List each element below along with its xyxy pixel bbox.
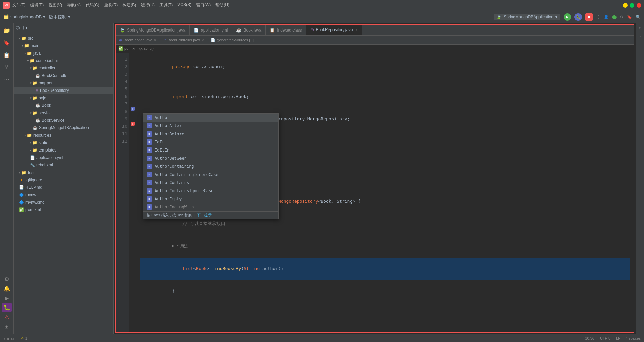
menu-refactor[interactable]: 重构(R) — [104, 2, 118, 8]
tree-item-Book[interactable]: ☕ Book — [14, 102, 113, 109]
ac-item-AuthorContains[interactable]: ≡ AuthorContains — [143, 179, 278, 187]
status-lf[interactable]: LF — [616, 336, 620, 340]
ac-item-AuthorBetween[interactable]: ≡ AuthorBetween — [143, 154, 278, 162]
run-button[interactable]: ▶ — [564, 13, 571, 21]
tree-item-rebel-xml[interactable]: 🔧 rebel.xml — [14, 161, 113, 169]
run-configuration[interactable]: 🍃 SpringMongoDBApplication ▾ — [494, 14, 560, 20]
menu-window[interactable]: 窗口(W) — [196, 2, 211, 8]
tree-item-gitignore[interactable]: 🔸 .gitignore — [14, 176, 113, 184]
right-icon-1[interactable]: ▸ — [637, 24, 643, 31]
sidebar-icon-bookmarks[interactable]: 🔖 — [2, 38, 12, 47]
avatar-icon[interactable]: 👤 — [604, 15, 609, 19]
search-icon[interactable]: 🔍 — [636, 15, 641, 19]
tree-item-application-yml[interactable]: 📄 application.yml — [14, 154, 113, 161]
tree-item-service[interactable]: ▾ 📁 service — [14, 109, 113, 117]
menu-vcs[interactable]: VCS(S) — [177, 2, 191, 8]
tree-item-java[interactable]: ▾ 📁 java — [14, 49, 113, 57]
menu-edit[interactable]: 编辑(E) — [30, 2, 44, 8]
tab-Indexed[interactable]: 📋 Indexed.class — [266, 25, 306, 35]
menu-tools[interactable]: 工具(T) — [159, 2, 173, 8]
sub-tab-generated[interactable]: 📄 generated-sources [...] — [207, 36, 258, 44]
sub-tab-close-1[interactable]: ✕ — [154, 38, 156, 42]
menu-help[interactable]: 帮助(H) — [215, 2, 229, 8]
ac-item-AuthorEmpty[interactable]: ≡ AuthorEmpty — [143, 195, 278, 203]
ac-item-AuthorContainsIgnoreCase[interactable]: ≡ AuthorContainsIgnoreCase — [143, 187, 278, 195]
ac-item-AuthorContaining[interactable]: ≡ AuthorContaining — [143, 162, 278, 170]
settings-icon[interactable]: ⚙ — [620, 15, 624, 19]
bookmark-icon[interactable]: 🔖 — [627, 15, 632, 19]
tree-item-mvnw-cmd[interactable]: 🔷 mvnw.cmd — [14, 199, 113, 206]
tree-item-controller[interactable]: ▾ 📁 controller — [14, 64, 113, 72]
tree-item-src[interactable]: ▾ 📁 src — [14, 35, 113, 42]
tab-BookRepository[interactable]: ⊕ BookRepository.java ✕ — [306, 25, 362, 35]
run-config-dropdown[interactable]: ▾ — [555, 15, 557, 19]
status-indent[interactable]: 4 spaces — [626, 336, 641, 340]
debug-button[interactable]: 🐛 — [574, 13, 582, 21]
tab-close-BookRepository[interactable]: ✕ — [355, 28, 358, 32]
version-control[interactable]: 版本控制 ▾ — [49, 14, 70, 20]
tree-item-mapper[interactable]: ▾ 📁 mapper — [14, 79, 113, 87]
tab-application-yml[interactable]: 📄 application.yml — [190, 25, 232, 35]
panel-dropdown-icon[interactable]: ▾ — [26, 26, 27, 30]
status-line-col[interactable]: 10:36 — [585, 336, 594, 340]
ac-item-AuthorEndingWith[interactable]: ≡ AuthorEndingWith — [143, 203, 278, 211]
stop-button[interactable]: ■ — [585, 13, 593, 21]
tree-item-test[interactable]: ▸ 📁 test — [14, 169, 113, 176]
tree-item-resources[interactable]: ▾ 📁 resources — [14, 132, 113, 139]
sub-tab-BookController[interactable]: ⊕ BookController.java ✕ — [160, 36, 207, 44]
tree-item-BookService[interactable]: ☕ BookService — [14, 117, 113, 124]
sidebar-icon-run-panel[interactable]: ▶ — [2, 293, 12, 303]
menu-view[interactable]: 视图(V) — [49, 2, 62, 8]
sidebar-icon-project[interactable]: 📁 — [2, 26, 12, 35]
status-warnings[interactable]: ⚠ 1 — [21, 336, 27, 340]
right-icon-2[interactable]: ⋮ — [637, 32, 643, 38]
tree-item-BookController[interactable]: ☕ BookController — [14, 72, 113, 79]
sub-tab-BookService[interactable]: ⊕ BookService.java ✕ — [116, 36, 160, 44]
menu-build[interactable]: 构建(B) — [122, 2, 136, 8]
tree-item-BookRepository[interactable]: ⊕ BookRepository — [14, 87, 113, 94]
tree-item-SpringMongoDBApplication[interactable]: ☕ SpringMongoDBApplication — [14, 124, 113, 132]
ac-item-Author[interactable]: ≡ Author — [143, 114, 278, 122]
sidebar-icon-problems[interactable]: ⚠ — [2, 312, 12, 322]
ac-item-AuthorContainingIgnoreCase[interactable]: ≡ AuthorContainingIgnoreCase — [143, 170, 278, 179]
status-encoding[interactable]: UTF-8 — [600, 336, 610, 340]
ac-item-IdIsIn[interactable]: ≡ IdIsIn — [143, 146, 278, 154]
tree-item-pom-xml[interactable]: ✅ pom.xml — [14, 206, 113, 214]
more-actions-icon[interactable]: ⋮ — [596, 15, 600, 19]
tree-item-main[interactable]: ▾ 📁 main — [14, 42, 113, 49]
code-editor[interactable]: 1 2 3 4 5 6 7 8 9 10 11 12 — [116, 53, 634, 332]
sidebar-icon-settings[interactable]: ⚙ — [2, 274, 12, 284]
tree-item-templates[interactable]: ▸ 📁 templates — [14, 146, 113, 154]
sidebar-icon-more[interactable]: ⋯ — [2, 75, 12, 84]
sidebar-icon-structure[interactable]: 📋 — [2, 50, 12, 60]
vc-dropdown-icon[interactable]: ▾ — [68, 14, 70, 19]
close-button[interactable] — [637, 3, 641, 8]
sidebar-icon-notifications[interactable]: 🔔 — [2, 284, 12, 293]
menu-file[interactable]: 文件(F) — [12, 2, 25, 8]
tab-more[interactable]: ⋮ — [627, 25, 634, 35]
ac-item-AuthorBefore[interactable]: ≡ AuthorBefore — [143, 130, 278, 138]
hint-next-text[interactable]: 下一提示 — [197, 213, 212, 218]
sidebar-icon-debug-panel[interactable]: 🐛 — [2, 303, 12, 312]
menu-navigate[interactable]: 导航(N) — [67, 2, 81, 8]
sub-tab-close-2[interactable]: ✕ — [201, 38, 204, 42]
tab-SpringMongoDBApplication[interactable]: 🍃 SpringMongoDBApplication.java — [116, 25, 190, 35]
project-dropdown-icon[interactable]: ▾ — [43, 14, 45, 19]
project-name[interactable]: 🗂️ springMongoDB ▾ — [3, 14, 45, 19]
sidebar-icon-git[interactable]: ⑂ — [2, 62, 12, 72]
tree-item-pojo[interactable]: ▾ 📁 pojo — [14, 94, 113, 102]
menu-run[interactable]: 运行(U) — [141, 2, 155, 8]
sidebar-icon-terminal[interactable]: ⊞ — [2, 322, 12, 331]
status-git[interactable]: ⑂ main — [3, 336, 15, 340]
maximize-button[interactable] — [630, 3, 634, 8]
tree-item-mvnw[interactable]: 🔷 mvnw — [14, 191, 113, 199]
tree-item-static[interactable]: ▸ 📁 static — [14, 139, 113, 146]
breadcrumb-pom[interactable]: ✅ pom.xml (xiaohui) — [118, 46, 154, 51]
record-icon[interactable]: ⬤ — [612, 15, 617, 19]
ac-item-IdIn[interactable]: ≡ IdIn — [143, 138, 278, 146]
tree-item-help-md[interactable]: 📑 HELP.md — [14, 184, 113, 191]
minimize-button[interactable] — [623, 3, 628, 8]
tab-Book[interactable]: ☕ Book.java — [232, 25, 266, 35]
menu-bar[interactable]: 文件(F) 编辑(E) 视图(V) 导航(N) 代码(C) 重构(R) 构建(B… — [12, 2, 229, 8]
tree-item-com-xiaohui[interactable]: ▾ 📁 com.xiaohui — [14, 57, 113, 64]
